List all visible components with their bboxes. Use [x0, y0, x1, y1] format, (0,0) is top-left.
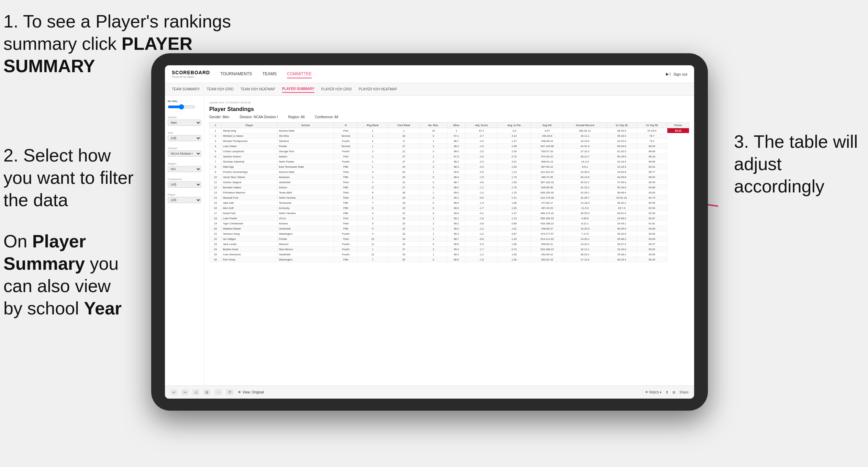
- more-btn[interactable]: ⋯: [214, 389, 222, 395]
- col-yr: Yr: [334, 123, 358, 128]
- annotation-mid-left: 2. Select how you want to filter the dat…: [3, 144, 134, 211]
- player-label: Player: [168, 193, 201, 196]
- main-content: No Rds. Gender Men Year (All) First Seco…: [165, 96, 694, 386]
- view-label: View: Original: [243, 390, 264, 394]
- table-row: 10Jacob Skov OlesenArkansasFifth123068.4…: [210, 175, 689, 180]
- no-rds-slider[interactable]: [168, 104, 195, 110]
- sub-nav-player-h2h-heatmap[interactable]: PLAYER H2H HEATMAP: [359, 86, 397, 92]
- table-row: 3Michael ThorbjornsenStanfordFourth28168…: [210, 138, 689, 144]
- table-row: 20Matthew RiedelVanderbiltFifth922169.2-…: [210, 226, 689, 231]
- sidebar-division: Division NCAA Division I: [168, 147, 201, 157]
- player-select[interactable]: (All): [168, 197, 201, 203]
- table-row: 23Jack LundinMissouriFourth1124068.6-0.3…: [210, 242, 689, 247]
- export-btn[interactable]: ⬆: [666, 390, 668, 394]
- annotation-bottom-left: On Player Summary you can also view by s…: [3, 230, 134, 320]
- nav-item-teams[interactable]: TEAMS: [263, 70, 277, 78]
- col-player: Player: [221, 123, 277, 128]
- table-row: 15Jake HallTennesseeFifth718068.5-1.51.6…: [210, 200, 689, 205]
- table-title: Player Standings: [209, 106, 689, 112]
- undo-btn[interactable]: ↩: [170, 389, 177, 395]
- sub-nav-team-h2h-grid[interactable]: TEAM H2H GRID: [207, 86, 234, 92]
- logo-sub: Powered by dippa: [172, 75, 210, 78]
- table-row: 14Maxwell FordNorth CarolinaThird223069.…: [210, 195, 689, 200]
- nav-item-committee[interactable]: COMMITTEE: [287, 70, 312, 78]
- col-no-rds: No. Rds.: [420, 123, 447, 128]
- filter-division: Division: NCAA Division I: [240, 115, 278, 119]
- region-label: Region: [168, 162, 201, 165]
- table-row: 11Gordon SargentVanderbiltThird421068.7-…: [210, 180, 689, 185]
- tablet-screen: SCOREBOARD Powered by dippa TOURNAMENTS …: [165, 65, 694, 399]
- table-area: Update time: 27/03/2024 16:56:26 Player …: [204, 96, 694, 386]
- table-row: 21Taehoon SongWashingtonFourth423169.3-1…: [210, 231, 689, 236]
- sub-nav-player-summary[interactable]: PLAYER SUMMARY: [282, 86, 314, 93]
- filter-region: Region: All: [288, 115, 305, 119]
- year-select[interactable]: (All) First Second Third Fourth Fifth: [168, 135, 201, 141]
- tablet-device: SCOREBOARD Powered by dippa TOURNAMENTS …: [151, 53, 708, 411]
- table-row: 22Ian GilliganFloridaThird1024168.7-0.81…: [210, 236, 689, 242]
- annotation-right: 3. The table will adjust accordingly: [734, 131, 865, 198]
- col-school: School: [277, 123, 334, 128]
- table-row: 9Preston SummerhaysArizona StateThird324…: [210, 169, 689, 175]
- sign-out-link[interactable]: Sign out: [674, 72, 687, 76]
- grid-btn[interactable]: ⊞: [672, 390, 675, 394]
- no-rds-label: No Rds.: [168, 100, 201, 103]
- table-row: 24Bastien AmatNew MexicoFourth127269.4-1…: [210, 247, 689, 252]
- table-row: 7Nicholas GabrelcikNorth FloridaFourth12…: [210, 159, 689, 164]
- sidebar-year: Year (All) First Second Third Fourth Fif…: [168, 131, 201, 141]
- sidebar-no-rds: No Rds.: [168, 100, 201, 110]
- table-row: 17David FordNorth CarolinaFifth421069.0-…: [210, 211, 689, 216]
- col-avg-sg: Avg SG: [531, 123, 564, 128]
- update-time: Update time: 27/03/2024 16:56:26: [209, 101, 689, 104]
- sidebar-player: Player (All): [168, 193, 201, 203]
- nav-item-tournaments[interactable]: TOURNAMENTS: [220, 70, 252, 78]
- col-points: Points: [667, 123, 689, 128]
- table-row: 2Michael Le SassoOle MissSecond118067.1-…: [210, 133, 689, 138]
- col-adj-score: Adj. Score: [466, 123, 498, 128]
- conference-label: Conference: [168, 178, 201, 181]
- player-standings-table: # Player School Yr Reg Rank Conf Rank No…: [209, 122, 689, 262]
- back-btn[interactable]: ◁: [192, 389, 199, 395]
- col-avg-to-par: Avg. to Par: [498, 123, 531, 128]
- nav-bar: SCOREBOARD Powered by dippa TOURNAMENTS …: [165, 65, 694, 83]
- nav-right: ▶ | Sign out: [666, 72, 687, 76]
- table-header: # Player School Yr Reg Rank Conf Rank No…: [210, 123, 689, 128]
- col-rank: #: [210, 123, 222, 128]
- table-row: 6Jackson KoivunAuburnFirst227167.3-2.02.…: [210, 154, 689, 159]
- nav-icon: ▶ |: [666, 72, 671, 76]
- col-vs-top-25: Vs Top 25: [607, 123, 637, 128]
- table-row: 12Brendan ValdesAuburnFifth527068.4-1.11…: [210, 185, 689, 190]
- sub-nav: TEAM SUMMARY TEAM H2H GRID TEAM H2H HEAT…: [165, 83, 694, 96]
- table-row: 8Mats EgeEast Tennessee StateFifth124268…: [210, 164, 689, 169]
- table-row: 13Phichaksn MaichonTexas A&MThird630169.…: [210, 190, 689, 195]
- gender-label: Gender: [168, 116, 201, 119]
- watch-btn[interactable]: 👁 Watch ▾: [645, 390, 662, 394]
- col-conf-rank: Conf Rank: [388, 123, 420, 128]
- division-label: Division: [168, 147, 201, 150]
- table-row: 1Wenyi DingArizona StateFirst1115167.1-3…: [210, 128, 689, 133]
- filters-row: Gender: Men Division: NCAA Division I Re…: [209, 115, 689, 119]
- region-select[interactable]: N/A: [168, 166, 201, 172]
- table-body: 1Wenyi DingArizona StateFirst1115167.1-3…: [210, 128, 689, 262]
- division-select[interactable]: NCAA Division I: [168, 151, 201, 157]
- col-overall-record: Overall Record: [564, 123, 607, 128]
- sidebar-gender: Gender Men: [168, 116, 201, 126]
- sidebar-region: Region N/A: [168, 162, 201, 172]
- clock-btn[interactable]: ⏱: [226, 389, 234, 395]
- redo-btn[interactable]: ↪: [181, 389, 188, 395]
- sub-nav-team-h2h-heatmap[interactable]: TEAM H2H HEATMAP: [241, 86, 275, 92]
- nav-items: TOURNAMENTS TEAMS COMMITTEE: [220, 70, 666, 78]
- toolbar-right: 👁 Watch ▾ ⬆ ⊞ Share: [645, 390, 689, 394]
- view-icon: 👁: [238, 390, 241, 394]
- table-row: 26Petr HrubyWashingtonFifth725068.6-1.61…: [210, 257, 689, 262]
- gender-select[interactable]: Men: [168, 120, 201, 126]
- table-row: 4Luke ClatonFloridaSecond127268.2-1.61.9…: [210, 144, 689, 149]
- conference-select[interactable]: (All): [168, 181, 201, 188]
- year-label: Year: [168, 131, 201, 134]
- copy-btn[interactable]: ⊞: [203, 389, 210, 395]
- table-row: 5Christo LamprechtGeorgia TechFourth2212…: [210, 149, 689, 154]
- filter-conference: Conference: All: [315, 115, 338, 119]
- sub-nav-player-h2h-grid[interactable]: PLAYER H2H GRID: [321, 86, 352, 92]
- share-btn[interactable]: Share: [679, 390, 689, 394]
- sub-nav-team-summary[interactable]: TEAM SUMMARY: [172, 86, 200, 92]
- sidebar-conference: Conference (All): [168, 178, 201, 188]
